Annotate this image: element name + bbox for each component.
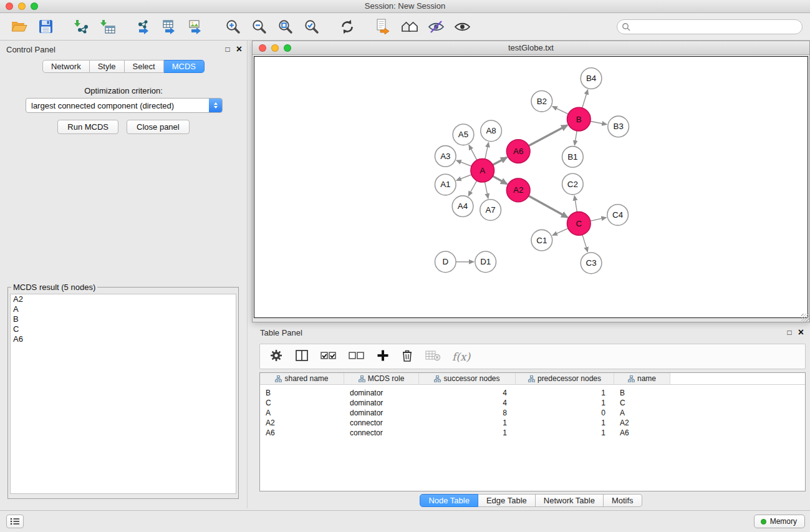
graph-edge-A2-C[interactable]	[529, 196, 567, 217]
mcds-result-item[interactable]: A2	[11, 294, 236, 304]
mcds-result-item[interactable]: C	[11, 324, 236, 334]
graph-node-C4[interactable]: C4	[607, 205, 629, 226]
export-network-button[interactable]	[134, 17, 154, 37]
memory-button[interactable]: Memory	[754, 515, 805, 528]
graph-edge-A-A5[interactable]	[469, 145, 477, 160]
graph-edge-C-C1[interactable]	[552, 228, 568, 235]
zoom-out-button[interactable]	[249, 17, 269, 37]
graph-node-C3[interactable]: C3	[581, 253, 602, 274]
float-panel-icon[interactable]: □	[225, 46, 229, 53]
select-all-button[interactable]	[321, 351, 337, 362]
graph-node-B2[interactable]: B2	[531, 90, 552, 112]
import-network-file-button[interactable]	[72, 17, 92, 37]
graph-edge-A6-B[interactable]	[529, 125, 567, 146]
zoom-in-button[interactable]	[223, 17, 243, 37]
graph-node-A7[interactable]: A7	[480, 200, 501, 221]
graph-node-C2[interactable]: C2	[562, 173, 584, 195]
graph-node-A8[interactable]: A8	[481, 120, 502, 142]
column-header-mcds-role[interactable]: MCDS role	[344, 373, 419, 384]
minimize-window-button[interactable]	[18, 2, 26, 10]
network-canvas[interactable]: B4B2BB3A8A5A6A3B1AC2A1A2A4A7C4CC1DD1C3	[254, 56, 808, 318]
tab-network-table[interactable]: Network Table	[536, 494, 604, 507]
home-view-button[interactable]	[400, 17, 420, 37]
hide-details-button[interactable]	[426, 17, 446, 37]
first-neighbors-button[interactable]	[374, 17, 393, 37]
mcds-result-item[interactable]: A6	[11, 334, 236, 344]
close-window-button[interactable]	[6, 2, 13, 10]
close-network-window-button[interactable]	[259, 44, 266, 52]
resize-grip[interactable]	[801, 314, 809, 322]
graph-node-B4[interactable]: B4	[581, 68, 602, 89]
tab-mcds[interactable]: MCDS	[164, 60, 205, 73]
tab-select[interactable]: Select	[125, 60, 164, 73]
tab-motifs[interactable]: Motifs	[604, 494, 642, 507]
run-mcds-button[interactable]: Run MCDS	[57, 120, 118, 134]
open-session-button[interactable]	[9, 17, 29, 37]
graph-node-B[interactable]: B	[567, 107, 591, 131]
graph-node-A2[interactable]: A2	[506, 178, 530, 202]
graph-edge-C-C4[interactable]	[591, 218, 607, 221]
column-header-shared-name[interactable]: shared name	[260, 373, 344, 384]
close-panel-button[interactable]: Close panel	[127, 120, 190, 134]
mcds-result-item[interactable]: A	[11, 304, 236, 314]
export-table-button[interactable]	[160, 17, 180, 37]
table-row[interactable]: Adominator80A	[260, 408, 805, 418]
graph-edge-C-C3[interactable]	[582, 235, 588, 252]
graph-node-C1[interactable]: C1	[531, 230, 552, 251]
graph-node-A5[interactable]: A5	[453, 124, 474, 145]
graph-edge-A-A7[interactable]	[485, 182, 488, 199]
mcds-result-item[interactable]: B	[11, 314, 236, 324]
export-image-button[interactable]	[186, 17, 206, 37]
graph-edge-B-B4[interactable]	[582, 90, 588, 108]
column-visibility-button[interactable]	[295, 349, 309, 364]
graph-node-D1[interactable]: D1	[475, 251, 496, 273]
maximize-network-window-button[interactable]	[284, 44, 291, 52]
add-row-button[interactable]	[377, 349, 389, 364]
graph-node-A[interactable]: A	[471, 158, 494, 182]
graph-edge-A-A6[interactable]	[493, 157, 506, 165]
graph-edge-B-B3[interactable]	[591, 122, 607, 125]
search-input[interactable]	[617, 19, 803, 34]
column-header-name[interactable]: name	[614, 373, 670, 384]
save-session-button[interactable]	[36, 17, 55, 37]
optimization-criterion-select[interactable]: largest connected component (directed)	[26, 98, 223, 113]
graph-node-A3[interactable]: A3	[435, 146, 456, 167]
graph-edge-A-A8[interactable]	[485, 142, 489, 159]
show-details-button[interactable]	[452, 17, 472, 37]
close-table-panel-icon[interactable]: ×	[798, 329, 804, 336]
tab-edge-table[interactable]: Edge Table	[478, 494, 536, 507]
table-row[interactable]: Bdominator41B	[260, 388, 805, 398]
graph-node-A4[interactable]: A4	[452, 196, 473, 217]
graph-node-B1[interactable]: B1	[562, 147, 584, 168]
graph-edge-B-B1[interactable]	[574, 131, 577, 145]
tab-network[interactable]: Network	[42, 60, 90, 73]
graph-node-C[interactable]: C	[567, 212, 591, 236]
column-header-predecessor-nodes[interactable]: predecessor nodes	[516, 373, 614, 384]
column-header-successor-nodes[interactable]: successor nodes	[419, 373, 516, 384]
network-graph[interactable]: B4B2BB3A8A5A6A3B1AC2A1A2A4A7C4CC1DD1C3	[254, 57, 808, 317]
zoom-fit-button[interactable]	[275, 17, 295, 37]
deselect-all-button[interactable]	[349, 351, 365, 362]
table-row[interactable]: A2connector11A2	[260, 418, 805, 428]
table-row[interactable]: Cdominator41C	[260, 398, 805, 408]
function-builder-button[interactable]: f(x)	[452, 351, 470, 363]
graph-edge-A-A2[interactable]	[493, 176, 507, 184]
task-history-button[interactable]	[6, 515, 24, 528]
tab-style[interactable]: Style	[90, 60, 125, 73]
import-table-file-button[interactable]	[98, 17, 118, 37]
graph-edge-A-A4[interactable]	[468, 181, 476, 196]
graph-edge-A-A1[interactable]	[456, 175, 471, 180]
refresh-button[interactable]	[337, 17, 357, 37]
zoom-selected-button[interactable]	[301, 17, 321, 37]
graph-node-A1[interactable]: A1	[435, 174, 456, 195]
maximize-window-button[interactable]	[31, 2, 38, 10]
delete-row-button[interactable]	[401, 349, 413, 364]
minimize-network-window-button[interactable]	[271, 44, 279, 52]
graph-edge-C-C2[interactable]	[574, 196, 577, 212]
graph-edge-A-A3[interactable]	[456, 160, 471, 166]
table-settings-button[interactable]	[269, 349, 283, 364]
delete-column-button[interactable]	[425, 350, 440, 363]
mcds-result-list[interactable]: A2ABCA6	[10, 294, 236, 494]
graph-node-B3[interactable]: B3	[608, 116, 629, 137]
graph-node-A6[interactable]: A6	[506, 140, 530, 163]
